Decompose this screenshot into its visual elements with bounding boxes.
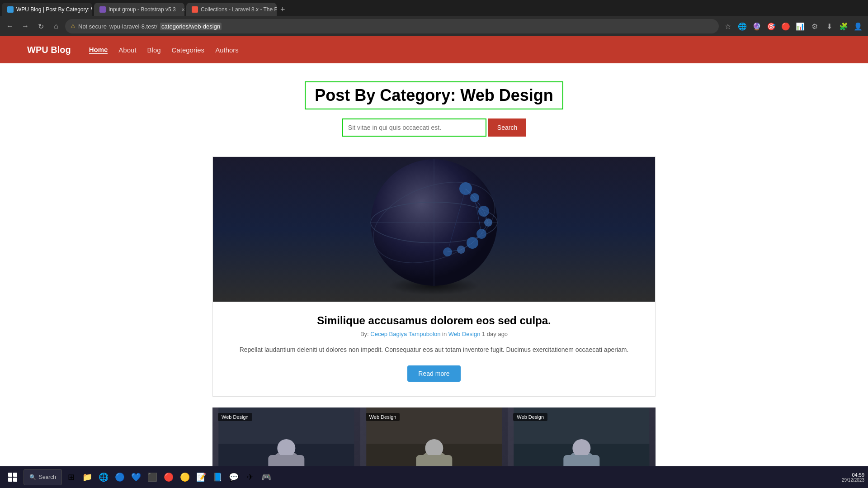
card-badge-1: Web Design — [218, 413, 252, 421]
tab-bootstrap[interactable]: Input group - Bootstrap v5.3 ✕ — [94, 3, 184, 16]
forward-button[interactable]: → — [19, 20, 32, 33]
tab-title-laravel: Collections - Laravel 8.x - The P... — [201, 6, 277, 13]
tab-favicon-laravel — [192, 6, 198, 13]
extension-icon-2[interactable]: 🔮 — [750, 20, 763, 33]
new-tab-button[interactable]: + — [277, 3, 289, 16]
webpage-content: WPU Blog Home About Blog Categories Auth… — [0, 36, 868, 488]
taskbar-task-view[interactable]: ⊞ — [64, 470, 78, 484]
card-badge-3: Web Design — [513, 413, 547, 421]
address-warning-text: Not secure — [78, 23, 107, 30]
clock-time: 04:59 — [842, 472, 864, 478]
nav-link-categories[interactable]: Categories — [172, 46, 205, 54]
post-author-link[interactable]: Cecep Bagiya Tampubolon — [370, 331, 440, 337]
taskbar-discord[interactable]: 🎮 — [259, 470, 274, 484]
tab-title-bootstrap: Input group - Bootstrap v5.3 — [108, 6, 176, 13]
windows-icon — [8, 473, 17, 482]
taskbar-whatsapp[interactable]: 💬 — [226, 470, 241, 484]
search-form: Search — [298, 118, 570, 137]
taskbar-file-explorer[interactable]: 📁 — [80, 470, 94, 484]
profile-icon[interactable]: 👤 — [852, 20, 864, 33]
nav-link-home[interactable]: Home — [89, 46, 108, 54]
search-button[interactable]: Search — [488, 118, 526, 137]
tab-wpu-blog[interactable]: WPU Blog | Post By Category: W... ✕ — [2, 3, 92, 16]
home-button[interactable]: ⌂ — [50, 20, 62, 33]
nav-link-blog[interactable]: Blog — [147, 46, 161, 54]
taskbar-app2[interactable]: 🟡 — [178, 470, 192, 484]
address-path: categories/web-design — [160, 23, 222, 30]
taskbar-app1[interactable]: 🔴 — [161, 470, 176, 484]
tab-laravel[interactable]: Collections - Laravel 8.x - The P... ✕ — [186, 3, 277, 16]
svg-point-37 — [573, 439, 591, 457]
taskbar: 🔍 Search ⊞ 📁 🌐 🔵 💙 ⬛ 🔴 🟡 📝 📘 💬 ✈ 🎮 04:59… — [0, 466, 868, 488]
taskbar-search-button[interactable]: 🔍 Search — [24, 469, 62, 485]
taskbar-word[interactable]: 📘 — [210, 470, 225, 484]
extension-icon-5[interactable]: 📊 — [794, 20, 807, 33]
card-badge-2: Web Design — [366, 413, 400, 421]
main-post-excerpt: Repellat laudantium deleniti ut dolores … — [231, 345, 637, 355]
site-brand[interactable]: WPU Blog — [27, 45, 71, 55]
taskbar-vscode[interactable]: 💙 — [129, 470, 143, 484]
post-category-link[interactable]: Web Design — [448, 331, 481, 337]
browser-tabs-bar: WPU Blog | Post By Category: W... ✕ Inpu… — [0, 0, 868, 16]
taskbar-terminal[interactable]: ⬛ — [145, 470, 160, 484]
read-more-button[interactable]: Read more — [407, 365, 460, 382]
taskbar-search-label: Search — [39, 474, 56, 480]
extension-icon-4[interactable]: 🔴 — [779, 20, 792, 33]
search-input[interactable] — [342, 118, 486, 137]
page-title: Post By Category: Web Design — [305, 81, 563, 109]
svg-point-32 — [425, 439, 443, 457]
browser-toolbar-icons: ☆ 🌐 🔮 🎯 🔴 📊 ⚙ ⬇ 🧩 👤 — [722, 20, 864, 33]
refresh-button[interactable]: ↻ — [34, 20, 47, 33]
nav-link-about[interactable]: About — [118, 46, 136, 54]
main-post-title: Similique accusamus dolorem eos sed culp… — [231, 314, 637, 327]
nav-link-authors[interactable]: Authors — [215, 46, 239, 54]
main-post-body: Similique accusamus dolorem eos sed culp… — [213, 302, 655, 396]
main-post-card: Similique accusamus dolorem eos sed culp… — [212, 156, 656, 397]
taskbar-search-icon: 🔍 — [29, 474, 36, 480]
taskbar-telegram[interactable]: ✈ — [243, 470, 257, 484]
tab-title-wpu: WPU Blog | Post By Category: W... — [16, 6, 92, 13]
start-button[interactable] — [4, 468, 22, 486]
downloads-icon[interactable]: ⬇ — [823, 20, 835, 33]
system-clock: 04:59 29/12/2023 — [842, 472, 864, 483]
extension-icon-1[interactable]: 🌐 — [736, 20, 749, 33]
taskbar-edge[interactable]: 🌐 — [96, 470, 111, 484]
address-bar[interactable]: ⚠ Not secure wpu-laravel-8.test/ categor… — [65, 19, 719, 33]
svg-point-27 — [277, 439, 295, 457]
bookmark-icon[interactable]: ☆ — [722, 20, 734, 33]
main-post-meta: By: Cecep Bagiya Tampubolon in Web Desig… — [231, 331, 637, 337]
main-post-image — [213, 157, 655, 302]
system-tray: 04:59 29/12/2023 — [842, 472, 864, 483]
extensions-icon[interactable]: 🧩 — [837, 20, 850, 33]
security-warning-icon: ⚠ — [71, 23, 75, 29]
address-protocol: wpu-laravel-8.test/ — [109, 23, 157, 30]
extension-icon-3[interactable]: 🎯 — [765, 20, 778, 33]
taskbar-chrome[interactable]: 🔵 — [113, 470, 127, 484]
back-button[interactable]: ← — [4, 20, 16, 33]
hero-section: Post By Category: Web Design Search — [0, 63, 868, 146]
address-bar-row: ← → ↻ ⌂ ⚠ Not secure wpu-laravel-8.test/… — [0, 16, 868, 36]
clock-date: 29/12/2023 — [842, 478, 864, 483]
settings-icon[interactable]: ⚙ — [808, 20, 821, 33]
tab-favicon-wpu — [7, 6, 14, 13]
taskbar-notion[interactable]: 📝 — [194, 470, 208, 484]
sphere-visual — [357, 157, 511, 302]
tab-favicon-bootstrap — [99, 6, 106, 13]
site-navbar: WPU Blog Home About Blog Categories Auth… — [0, 36, 868, 63]
tab-close-bootstrap[interactable]: ✕ — [181, 7, 184, 12]
post-time: 1 day ago — [482, 331, 508, 337]
